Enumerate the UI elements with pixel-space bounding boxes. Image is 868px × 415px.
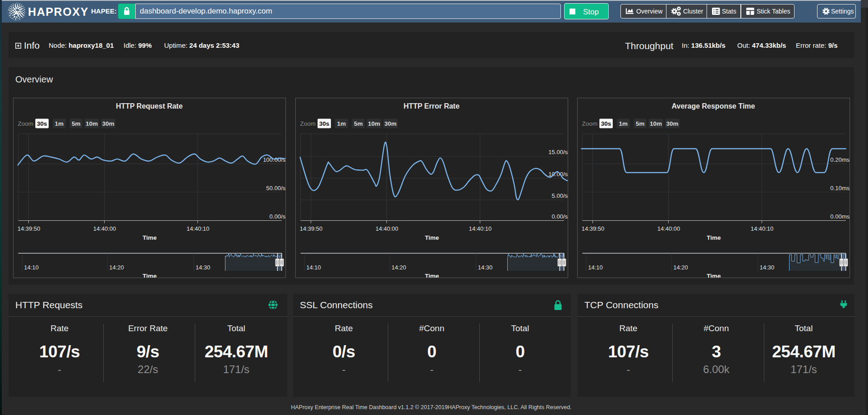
svg-text:14:10: 14:10 [306, 264, 321, 271]
svg-text:14:30: 14:30 [195, 264, 210, 271]
svg-text:15.00/s: 15.00/s [548, 149, 568, 155]
svg-text:14:39:50: 14:39:50 [17, 225, 40, 232]
svg-text:14:10: 14:10 [588, 264, 603, 271]
svg-text:14:20: 14:20 [673, 264, 688, 271]
svg-text:10m: 10m [367, 120, 380, 127]
svg-text:Time: Time [142, 234, 157, 241]
svg-text:1m: 1m [337, 120, 346, 127]
svg-text:Overview: Overview [636, 8, 663, 15]
svg-text:14:40:10: 14:40:10 [186, 225, 209, 232]
svg-text:14:40:10: 14:40:10 [468, 225, 491, 232]
svg-text:Stats: Stats [722, 8, 736, 15]
svg-text:30s: 30s [319, 120, 329, 127]
svg-text:Zoom: Zoom [300, 120, 316, 127]
svg-text:14:20: 14:20 [109, 264, 124, 271]
svg-text:14:39:50: 14:39:50 [299, 225, 322, 232]
svg-text:5m: 5m [636, 120, 645, 127]
svg-text:30s: 30s [37, 120, 47, 127]
svg-text:Zoom: Zoom [18, 120, 33, 127]
svg-text:Stop: Stop [583, 8, 599, 16]
svg-text:14:30: 14:30 [478, 264, 492, 271]
svg-text:HTTP Request Rate: HTTP Request Rate [115, 102, 182, 110]
svg-text:1m: 1m [619, 120, 628, 127]
svg-text:Time: Time [425, 234, 439, 241]
svg-text:Time: Time [142, 273, 157, 278]
svg-text:50.00/s: 50.00/s [266, 185, 285, 192]
svg-text:Average Response Time: Average Response Time [671, 102, 755, 110]
svg-text:Cluster: Cluster [683, 8, 703, 15]
svg-text:10m: 10m [650, 120, 662, 127]
svg-text:5m: 5m [354, 120, 363, 127]
svg-text:1m: 1m [55, 120, 64, 127]
svg-text:30s: 30s [601, 120, 611, 127]
svg-text:5m: 5m [72, 120, 81, 127]
svg-text:Time: Time [707, 234, 721, 241]
svg-text:5.00/s: 5.00/s [551, 192, 567, 199]
svg-text:30m: 30m [102, 120, 114, 127]
svg-text:Settings: Settings [831, 8, 854, 15]
svg-text:30m: 30m [384, 120, 396, 127]
svg-text:14:20: 14:20 [391, 264, 406, 271]
svg-text:HTTP Error Rate: HTTP Error Rate [403, 102, 459, 110]
svg-text:Stick Tables: Stick Tables [757, 8, 790, 15]
svg-text:14:30: 14:30 [759, 264, 774, 271]
svg-text:0.00ms: 0.00ms [830, 213, 850, 220]
svg-text:0.20ms: 0.20ms [830, 156, 850, 163]
svg-text:0.00/s: 0.00/s [551, 213, 567, 220]
svg-text:14:39:50: 14:39:50 [581, 225, 604, 232]
svg-text:0.10ms: 0.10ms [830, 185, 850, 192]
svg-text:Time: Time [425, 273, 439, 278]
svg-text:14:40:10: 14:40:10 [750, 225, 773, 232]
svg-text:14:10: 14:10 [24, 264, 39, 271]
svg-text:14:40:00: 14:40:00 [375, 225, 398, 232]
svg-text:Zoom: Zoom [582, 120, 597, 127]
svg-text:0.00/s: 0.00/s [269, 213, 285, 220]
svg-text:30m: 30m [666, 120, 678, 127]
svg-text:14:40:00: 14:40:00 [657, 225, 680, 232]
svg-text:14:40:00: 14:40:00 [93, 225, 116, 232]
svg-text:10m: 10m [85, 120, 97, 127]
svg-text:Time: Time [707, 273, 721, 278]
